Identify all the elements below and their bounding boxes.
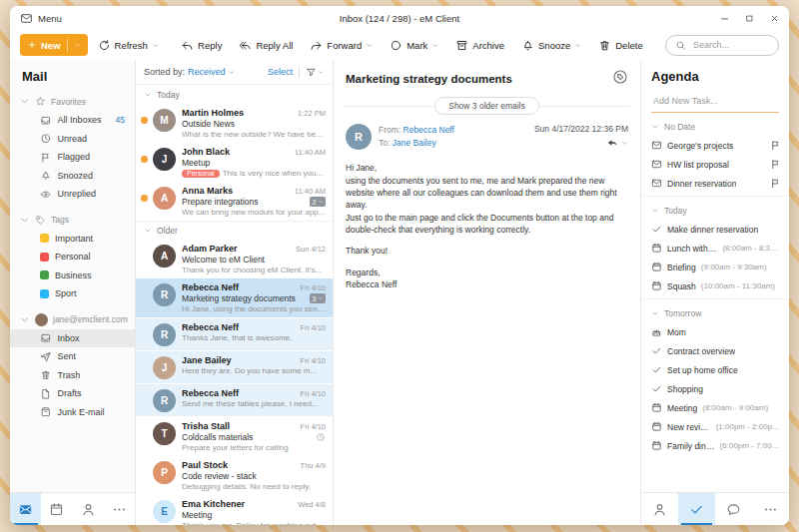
agenda-item-label: Briefing [667, 263, 696, 272]
thread-count-badge[interactable]: 2 [310, 197, 326, 207]
agenda-item[interactable]: Squash(10:00am - 11:30am) [641, 276, 789, 295]
agenda-item[interactable]: Briefing(9:00am - 9:30am) [641, 258, 789, 276]
list-group-header[interactable]: Older [136, 221, 333, 240]
agenda-item[interactable]: Family dinner(6:00pm - 7:00pm) [641, 436, 789, 455]
sidebar-item-sent[interactable]: Sent [10, 347, 135, 366]
sidebar-item-unread[interactable]: Unread [10, 130, 135, 149]
agenda-item[interactable]: Lunch with Joe(8:00am - 8:30am) [641, 239, 789, 258]
mark-button[interactable]: Mark [390, 39, 438, 52]
agenda-item[interactable]: New review(1:00pm - 2:00pm) [641, 417, 789, 436]
agenda-item[interactable]: Shopping [641, 379, 789, 398]
sidebar-item-all-inboxes[interactable]: All Inboxes45 [10, 111, 135, 130]
agenda-group-header[interactable]: No Date [641, 118, 789, 136]
agenda-item[interactable]: George's projects [641, 136, 789, 155]
send-icon [40, 351, 52, 363]
sender-name: Paul Stock [182, 460, 297, 470]
agenda-item[interactable]: Mom [641, 322, 789, 341]
button-divider [67, 39, 68, 52]
email-list-item[interactable]: RRebecca NeffFri 4/10Thanks Jane, that i… [136, 318, 333, 351]
sidebar-item-trash[interactable]: Trash [10, 366, 135, 385]
email-list-item[interactable]: AAnna Marks11:40 AMPrepare integrations2… [136, 182, 333, 221]
sidebar-item-personal[interactable]: Personal [10, 248, 135, 266]
email-subject: Welcome to eM Client [182, 255, 326, 265]
sidebar-section-header[interactable]: Favorites [10, 92, 135, 111]
agenda-pane: Agenda No DateGeorge's projectsHW list p… [641, 60, 789, 525]
filter-button[interactable] [306, 67, 325, 78]
email-list-item[interactable]: AAdam ParkerSun 4/12Welcome to eM Client… [136, 240, 333, 278]
tag-translate-button[interactable] [612, 69, 628, 89]
agenda-item[interactable]: HW list proposal [641, 155, 789, 174]
nav-calendar[interactable] [41, 493, 72, 525]
nav-agenda-chat[interactable] [715, 493, 752, 525]
nav-agenda-more[interactable] [752, 493, 789, 525]
calendar-icon [651, 402, 662, 413]
search-box[interactable] [665, 35, 779, 56]
refresh-button[interactable]: Refresh [98, 39, 159, 52]
sidebar-item-junk-e-mail[interactable]: Junk E-mail [10, 403, 135, 422]
add-new-task-input[interactable] [651, 95, 779, 107]
email-time: 1:22 PM [298, 109, 326, 118]
agenda-item-time: (9:00am - 9:30am) [701, 263, 767, 271]
minimize-button[interactable] [720, 14, 729, 23]
email-list-item[interactable]: TTrisha StallFri 4/10Coldcalls materials… [136, 417, 333, 456]
forward-button[interactable]: Forward [310, 39, 373, 52]
sidebar-item-sport[interactable]: Sport [10, 284, 135, 303]
from-contact-link[interactable]: Rebecca Neff [403, 125, 454, 135]
email-list-item[interactable]: MMartin Holmes1:22 PMOutside NewsWhat is… [136, 104, 333, 143]
agenda-group-header[interactable]: Today [641, 202, 789, 220]
archive-button[interactable]: Archive [455, 39, 504, 52]
snooze-button[interactable]: Snooze [521, 39, 581, 52]
close-button[interactable] [770, 14, 779, 23]
agenda-group-header[interactable]: Tomorrow [641, 304, 789, 322]
check-icon [651, 224, 662, 235]
email-list-item[interactable]: RRebecca NeffFri 4/10Marketing strategy … [136, 278, 333, 318]
chevron-down-icon[interactable] [621, 140, 628, 147]
reply-all-button[interactable]: Reply All [239, 39, 293, 52]
to-contact-link[interactable]: Jane Bailey [393, 138, 436, 148]
sidebar-section-header[interactable]: Tags [10, 211, 135, 230]
search-input[interactable] [691, 39, 769, 51]
email-list-item[interactable]: JJane BaileyFri 4/10Here they are. Do yo… [136, 351, 333, 384]
agenda-item[interactable]: Dinner reservation [641, 174, 789, 193]
sidebar-section-header[interactable]: jane@emclient.com [10, 310, 135, 329]
new-button[interactable]: New [20, 34, 88, 56]
mark-icon [390, 39, 402, 52]
menu-button[interactable]: Menu [20, 12, 62, 25]
agenda-item[interactable]: Set up home office [641, 360, 789, 379]
email-list-item[interactable]: RRebecca NeffFri 4/10Send me these table… [136, 384, 333, 417]
person-icon [81, 502, 96, 517]
item-label: Trash [58, 370, 81, 380]
email-list-item[interactable]: EEma KitchenerWed 4/8MeetingThank you ms… [136, 495, 333, 525]
sidebar-item-snoozed[interactable]: Snoozed [10, 167, 135, 186]
body-line: Regards, [346, 266, 628, 278]
reply-button[interactable]: Reply [181, 39, 222, 52]
reply-arrow-icon[interactable] [606, 137, 619, 150]
sidebar-item-inbox[interactable]: Inbox [10, 329, 135, 348]
agenda-item[interactable]: Make dinner reservation [641, 220, 789, 239]
sidebar-item-flagged[interactable]: Flagged [10, 148, 135, 167]
nav-more[interactable] [104, 493, 135, 525]
agenda-item[interactable]: Meeting(8:00am - 9:00am) [641, 398, 789, 417]
list-group-header[interactable]: Today [136, 85, 333, 104]
sidebar-item-important[interactable]: Important [10, 230, 135, 249]
sidebar-item-unreplied[interactable]: Unreplied [10, 185, 135, 204]
email-list-item[interactable]: PPaul StockThu 4/9Code review - stackDeb… [136, 456, 333, 495]
avatar: A [153, 187, 176, 210]
email-list-item[interactable]: JJohn Black11:40 AMMeetupPersonalThis is… [136, 143, 333, 182]
nav-contacts[interactable] [73, 493, 104, 525]
show-older-emails-button[interactable]: Show 3 older emails [434, 97, 539, 115]
avatar: P [153, 461, 176, 484]
sort-dropdown[interactable]: Received [188, 67, 235, 77]
delete-button[interactable]: Delete [598, 39, 642, 52]
sidebar-item-business[interactable]: Business [10, 266, 135, 285]
agenda-item[interactable]: Contract overview [641, 341, 789, 360]
sender-avatar: R [346, 124, 372, 150]
chevron-down-icon [74, 42, 81, 49]
sidebar-item-drafts[interactable]: Drafts [10, 384, 135, 403]
maximize-button[interactable] [745, 14, 754, 23]
thread-count-badge[interactable]: 3 [310, 293, 326, 303]
nav-agenda-contacts[interactable] [641, 493, 678, 525]
nav-agenda-tasks[interactable] [678, 493, 715, 525]
select-button[interactable]: Select [268, 67, 293, 77]
nav-mail[interactable] [10, 493, 41, 525]
